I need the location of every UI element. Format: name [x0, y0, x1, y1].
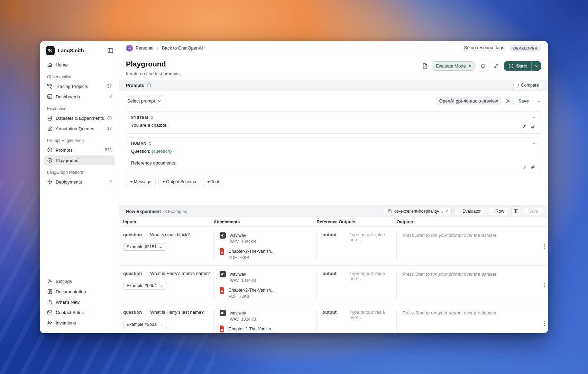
paperclip-icon[interactable] — [531, 165, 536, 170]
file-kind: PDF — [228, 333, 237, 333]
sidebar-item-tracing-projects[interactable]: Tracing Projects 57 — [44, 81, 114, 91]
chevron-down-icon[interactable] — [532, 61, 541, 71]
file-kind: PDF — [228, 294, 237, 299]
notes-icon[interactable] — [421, 62, 429, 70]
sidebar-item-documentation[interactable]: Documentation — [44, 287, 114, 296]
attachment-pdf[interactable]: Chapter-2-The-Vanish... PDF78KB — [219, 287, 313, 299]
system-message-content[interactable]: You are a chatbot. — [131, 123, 536, 128]
example-link[interactable]: Example #b6b4→ — [123, 282, 166, 290]
section-label-langgraph-platform: LangGraph Platform — [47, 170, 112, 175]
inputs-cell[interactable]: questionWhat is Harry's last name? Examp… — [123, 310, 213, 333]
sidebar-item-playground[interactable]: Playground — [44, 155, 114, 165]
file-name: wav.wav — [230, 233, 246, 238]
select-prompt-dropdown[interactable]: Select prompt — [126, 96, 163, 106]
sidebar-item-annotation-queues[interactable]: Annotation Queues 12 — [44, 124, 114, 133]
role-label[interactable]: HUMAN — [131, 141, 146, 145]
chevron-down-icon[interactable] — [532, 115, 536, 119]
columns-icon[interactable] — [511, 206, 521, 216]
attachment-audio[interactable]: wav.wav WAV1024KB — [219, 232, 313, 244]
inputs-cell[interactable]: questionWhat is Harry's mom's name? Exam… — [123, 271, 213, 299]
file-size: 78KB — [239, 294, 249, 299]
compare-button[interactable]: + Compare — [513, 81, 543, 89]
role-label[interactable]: SYSTEM — [131, 115, 148, 119]
sidebar-item-contact-sales[interactable]: Contact Sales — [44, 308, 114, 317]
sidebar-item-home[interactable]: Home — [44, 60, 114, 70]
system-message-card: SYSTEM You are a chatbot. — [126, 111, 541, 134]
sidebar-item-invitations[interactable]: Invitations — [44, 318, 114, 328]
add-evaluator-button[interactable]: + Evaluator — [454, 207, 485, 215]
input-key: question — [123, 232, 150, 237]
refresh-icon[interactable] — [478, 61, 488, 71]
save-prompt-button[interactable]: Save — [514, 97, 533, 105]
info-icon[interactable] — [147, 83, 151, 88]
prompts-panel: Select prompt OpenAI gpt-4o-audio-previe… — [119, 91, 548, 205]
sidebar-item-deployments[interactable]: Deployments 0 — [44, 177, 114, 187]
chevron-down-icon[interactable] — [532, 141, 536, 145]
start-button-main[interactable]: Start — [504, 61, 531, 71]
wand-icon[interactable] — [522, 124, 527, 130]
model-selector[interactable]: OpenAI gpt-4o-audio-preview — [436, 97, 502, 105]
example-link[interactable]: Example #2151→ — [123, 243, 166, 251]
dashboards-icon — [47, 94, 53, 99]
inputs-cell[interactable]: questionWho is sirius black? Example #21… — [123, 232, 213, 260]
close-icon[interactable]: × — [469, 63, 471, 69]
workspace-avatar[interactable] — [126, 45, 133, 52]
breadcrumb: Personal ‹ Back to ChatOpenAI — [126, 45, 203, 52]
attachment-audio[interactable]: wav.wav WAV1024KB — [219, 271, 313, 283]
attachment-audio[interactable]: wav.wav WAV1024KB — [219, 310, 313, 322]
add-message-button[interactable]: + Message — [126, 178, 156, 186]
input-value[interactable]: Who is sirius black? — [150, 232, 190, 237]
file-kind: PDF — [228, 255, 237, 260]
back-link[interactable]: Back to ChatOpenAI — [162, 45, 203, 51]
experiment-section-bar: New Experiment 3 Examples ds-excellent-h… — [119, 205, 548, 217]
add-tool-button[interactable]: + Tool — [203, 178, 223, 186]
page-head-text: Playground Iterate on and test prompts. — [126, 60, 181, 76]
collapse-prompts-chevron-icon[interactable] — [537, 99, 541, 103]
workspace-name[interactable]: Personal — [136, 45, 153, 51]
sidebar-item-prompts[interactable]: Prompts 573 — [44, 145, 114, 155]
arrow-right-icon: → — [159, 322, 163, 327]
evaluate-mode-chip[interactable]: Evaluate Mode × — [432, 61, 475, 71]
ref-placeholder[interactable]: Type output value here... — [349, 232, 393, 242]
add-output-schema-button[interactable]: + Output Schema — [158, 178, 201, 186]
chevron-down-icon — [157, 99, 161, 103]
wand-icon[interactable] — [522, 165, 527, 170]
save-experiment-button[interactable]: Save — [524, 207, 543, 215]
ref-placeholder[interactable]: Type output value here... — [349, 310, 393, 320]
kebab-menu-icon[interactable] — [544, 282, 545, 288]
attachments-cell: wav.wav WAV1024KB Chapter-2-The-Vanish..… — [213, 271, 316, 299]
api-key-icon[interactable] — [491, 61, 501, 71]
setup-resource-tags-link[interactable]: Setup resource tags — [464, 45, 504, 51]
add-row-button[interactable]: + Row — [488, 207, 508, 215]
kebab-menu-icon[interactable] — [544, 243, 545, 249]
input-value[interactable]: What is Harry's mom's name? — [150, 271, 210, 276]
reference-output-cell[interactable]: outputType output value here... — [316, 232, 396, 260]
reference-output-cell[interactable]: outputType output value here... — [316, 271, 396, 299]
prompt-actions-row: + Message + Output Schema + Tool — [126, 178, 541, 205]
sidebar-item-whats-new[interactable]: What's New — [44, 297, 114, 307]
close-icon[interactable]: × — [445, 209, 448, 214]
human-message-line1[interactable]: Question: {question} — [131, 149, 536, 154]
attachment-pdf[interactable]: Chapter-2-The-Vanish... PDF78KB — [219, 326, 313, 333]
ref-placeholder[interactable]: Type output value here... — [349, 271, 393, 281]
experiment-title: New Experiment — [126, 209, 161, 214]
reference-output-cell[interactable]: outputType output value here... — [316, 310, 396, 333]
question-variable[interactable]: {question} — [151, 149, 172, 154]
human-message-line2[interactable]: Reference documents: — [131, 160, 536, 166]
sidebar-item-datasets-experiments[interactable]: Datasets & Experiments 80 — [44, 113, 114, 123]
example-link[interactable]: Example #3b3a→ — [123, 321, 166, 328]
attachment-pdf[interactable]: Chapter-2-The-Vanish... PDF78KB — [219, 248, 313, 260]
dataset-chip[interactable]: ds-excellent-hospitality-... × — [384, 207, 452, 215]
sidebar-collapse-icon[interactable] — [108, 48, 113, 53]
sidebar-item-settings[interactable]: Settings — [44, 276, 114, 286]
section-label-observability: Observability — [47, 74, 112, 79]
topbar-right: Setup resource tags DEVELOPER — [464, 45, 541, 52]
model-settings-gear-icon[interactable] — [505, 98, 511, 104]
kebab-menu-icon[interactable] — [544, 321, 545, 327]
paperclip-icon[interactable] — [531, 124, 536, 130]
sidebar-item-dashboards[interactable]: Dashboards 8 — [44, 92, 114, 101]
input-value[interactable]: What is Harry's last name? — [150, 310, 204, 315]
start-button[interactable]: Start — [504, 61, 541, 71]
role-sort-icon[interactable] — [150, 115, 154, 119]
role-sort-icon[interactable] — [149, 141, 152, 145]
